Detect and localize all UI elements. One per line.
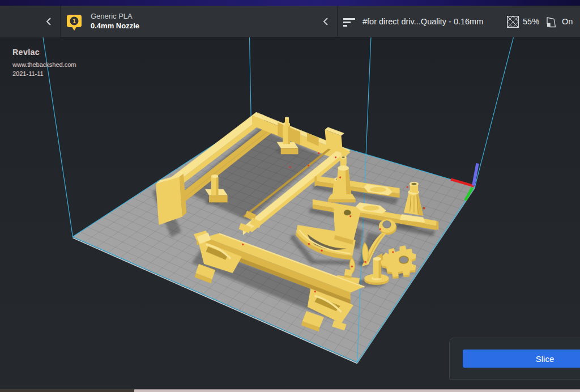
watermark-date: 2021-11-11	[12, 69, 76, 78]
nozzle-size[interactable]: 0.4mm Nozzle	[91, 22, 139, 30]
action-panel: Slice	[449, 338, 580, 380]
chevron-left-icon	[45, 17, 52, 26]
svg-text:1: 1	[72, 18, 76, 24]
collapse-printer-chevron[interactable]	[43, 17, 53, 26]
watermark-title: Revlac	[12, 48, 76, 57]
support-icon	[545, 16, 557, 30]
watermark-url: www.thebackshed.com	[12, 60, 76, 69]
viewport-3d[interactable]: Revlac www.thebackshed.com 2021-11-11 Sl…	[0, 37, 580, 392]
window-top-accent	[0, 0, 580, 6]
extruder-badge[interactable]: 1	[66, 13, 83, 31]
bottom-edge-light-segment	[134, 389, 580, 392]
collapse-settings-chevron[interactable]	[320, 17, 330, 26]
toolbar-divider	[60, 6, 61, 37]
infill-icon	[507, 16, 519, 30]
cura-window: 1 Generic PLA 0.4mm Nozzle #for direct d…	[0, 0, 580, 392]
chevron-left-icon	[322, 17, 329, 26]
slice-button[interactable]: Slice	[463, 350, 580, 368]
infill-percentage[interactable]: 55%	[523, 12, 539, 31]
extruder-icon: 1	[66, 13, 83, 31]
print-settings-summary[interactable]: #for direct driv...Quality - 0.16mm	[362, 12, 483, 31]
bottom-edge-dark-segment	[0, 389, 134, 392]
configuration-toolbar: 1 Generic PLA 0.4mm Nozzle #for direct d…	[0, 6, 580, 37]
bottom-screen-edge	[0, 389, 580, 392]
support-state[interactable]: On	[562, 12, 573, 31]
toolbar-divider	[337, 6, 338, 37]
print-settings-icon	[343, 17, 357, 29]
material-name[interactable]: Generic PLA	[91, 12, 133, 20]
watermark: Revlac www.thebackshed.com 2021-11-11	[12, 48, 76, 78]
